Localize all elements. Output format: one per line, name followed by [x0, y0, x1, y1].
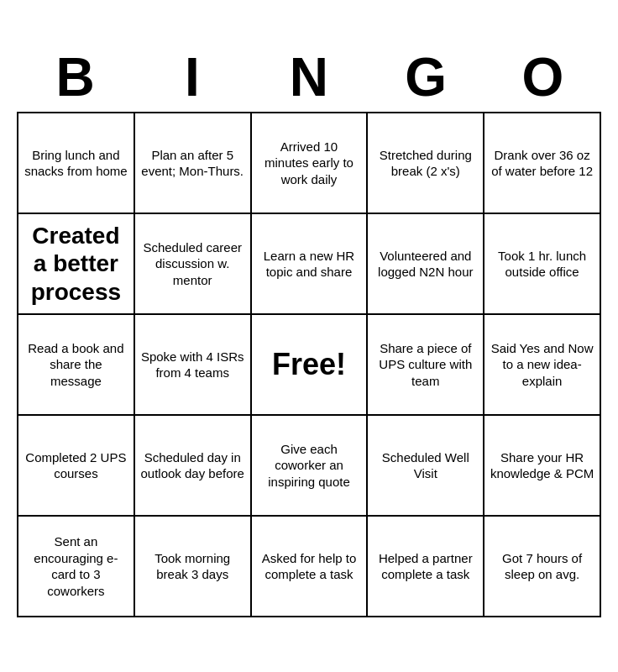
bingo-cell-22[interactable]: Asked for help to complete a task: [252, 517, 369, 617]
bingo-cell-9[interactable]: Took 1 hr. lunch outside office: [484, 214, 601, 315]
bingo-grid: Bring lunch and snacks from homePlan an …: [17, 112, 601, 617]
bingo-cell-11[interactable]: Spoke with 4 ISRs from 4 teams: [135, 315, 252, 416]
bingo-cell-12[interactable]: Free!: [252, 315, 369, 416]
bingo-letter-i: I: [138, 46, 247, 108]
bingo-cell-18[interactable]: Scheduled Well Visit: [368, 416, 484, 517]
bingo-cell-21[interactable]: Took morning break 3 days: [135, 517, 252, 617]
bingo-cell-5[interactable]: Created a better process: [18, 214, 135, 315]
bingo-cell-16[interactable]: Scheduled day in outlook day before: [135, 416, 252, 517]
bingo-letter-o: O: [488, 46, 597, 108]
bingo-cell-4[interactable]: Drank over 36 oz of water before 12: [484, 113, 601, 214]
bingo-cell-0[interactable]: Bring lunch and snacks from home: [18, 113, 135, 214]
bingo-letter-b: B: [21, 46, 130, 108]
bingo-cell-7[interactable]: Learn a new HR topic and share: [252, 214, 369, 315]
bingo-cell-17[interactable]: Give each coworker an inspiring quote: [252, 416, 369, 517]
bingo-cell-20[interactable]: Sent an encouraging e-card to 3 coworker…: [18, 517, 135, 617]
bingo-cell-15[interactable]: Completed 2 UPS courses: [18, 416, 135, 517]
bingo-cell-13[interactable]: Share a piece of UPS culture with team: [368, 315, 484, 416]
bingo-letter-g: G: [371, 46, 480, 108]
bingo-cell-2[interactable]: Arrived 10 minutes early to work daily: [252, 113, 369, 214]
bingo-card: BINGO Bring lunch and snacks from homePl…: [0, 38, 618, 634]
bingo-cell-14[interactable]: Said Yes and Now to a new idea- explain: [484, 315, 601, 416]
bingo-header: BINGO: [17, 46, 601, 108]
bingo-cell-1[interactable]: Plan an after 5 event; Mon-Thurs.: [135, 113, 252, 214]
bingo-cell-24[interactable]: Got 7 hours of sleep on avg.: [484, 517, 601, 617]
bingo-cell-6[interactable]: Scheduled career discussion w. mentor: [135, 214, 252, 315]
bingo-cell-8[interactable]: Volunteered and logged N2N hour: [368, 214, 484, 315]
bingo-cell-3[interactable]: Stretched during break (2 x's): [368, 113, 484, 214]
bingo-cell-19[interactable]: Share your HR knowledge & PCM: [484, 416, 601, 517]
bingo-letter-n: N: [254, 46, 364, 108]
bingo-cell-10[interactable]: Read a book and share the message: [18, 315, 135, 416]
bingo-cell-23[interactable]: Helped a partner complete a task: [368, 517, 484, 617]
